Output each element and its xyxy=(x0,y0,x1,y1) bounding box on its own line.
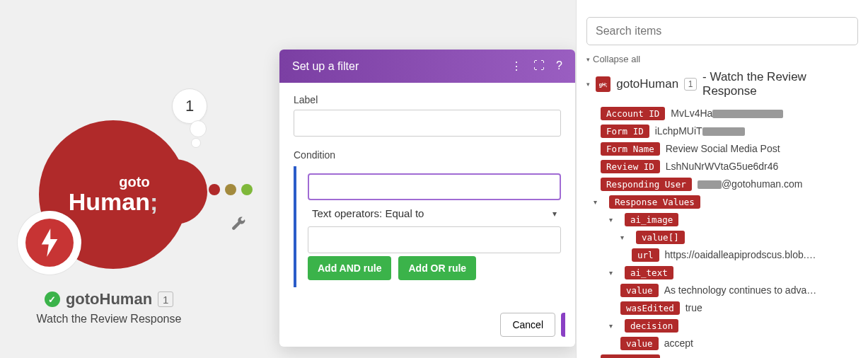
search-input[interactable] xyxy=(586,17,858,45)
operator-dropdown[interactable]: Text operators: Equal to ▾ xyxy=(308,200,561,226)
collapse-all-label: Collapse all xyxy=(593,54,640,64)
field-row[interactable]: Form Name Review Social Media Post xyxy=(601,141,858,156)
check-icon: ✓ xyxy=(45,291,60,307)
node-run-count: 1 xyxy=(158,291,173,307)
help-icon[interactable]: ? xyxy=(556,59,562,73)
field-key: value xyxy=(620,337,659,350)
triangle-down-icon: ▾ xyxy=(594,198,601,206)
dot-icon xyxy=(241,184,253,195)
field-key: Form ID xyxy=(601,125,649,138)
more-icon[interactable]: ⋮ xyxy=(511,59,522,73)
tree-header[interactable]: ▾ gH; gotoHuman 1 - Watch the Review Res… xyxy=(586,70,858,98)
field-value: @gotohuman.com xyxy=(698,178,803,190)
field-key: ai_image xyxy=(625,213,678,226)
triangle-down-icon: ▾ xyxy=(609,269,616,277)
triangle-down-icon: ▾ xyxy=(586,81,590,88)
field-row[interactable]: value accept xyxy=(620,335,858,351)
add-or-rule-button[interactable]: Add OR rule xyxy=(398,256,476,280)
workflow-canvas[interactable]: goto Human; 1 ✓ gotoHuman 1 Watch the Re… xyxy=(0,0,279,358)
field-key: value[] xyxy=(636,231,685,244)
field-key: url xyxy=(632,248,659,262)
logo-human: Human; xyxy=(69,190,158,215)
bolt-icon xyxy=(25,219,74,267)
field-row-expandable[interactable]: ▾ Response Values xyxy=(594,194,858,209)
field-key: decision xyxy=(625,319,678,333)
gotohuman-mini-logo-icon: gH; xyxy=(596,76,611,92)
redacted-icon xyxy=(702,127,745,136)
field-row-expandable[interactable]: ▾ ai_text xyxy=(609,265,858,280)
wrench-icon[interactable] xyxy=(231,216,246,236)
triangle-down-icon: ▾ xyxy=(609,322,616,330)
field-row[interactable]: Meta Data xyxy=(601,353,858,358)
label-input[interactable] xyxy=(294,110,561,137)
field-key: ai_text xyxy=(625,266,673,279)
field-key: Account ID xyxy=(601,107,665,120)
triangle-down-icon: ▾ xyxy=(609,216,616,224)
triangle-down-icon: ▾ xyxy=(586,56,590,63)
cancel-button[interactable]: Cancel xyxy=(500,313,555,337)
condition-right-input[interactable] xyxy=(308,226,561,253)
bubble-icon xyxy=(191,138,201,148)
field-value: true xyxy=(685,302,702,313)
collapse-all-button[interactable]: ▾ Collapse all xyxy=(586,54,858,64)
field-value: MvLv4Ha xyxy=(671,108,783,119)
tree-suffix: - Watch the Review Response xyxy=(702,70,858,98)
node-connector-out[interactable] xyxy=(175,159,207,224)
bubble-icon xyxy=(190,120,207,137)
add-and-rule-button[interactable]: Add AND rule xyxy=(308,256,391,280)
node-name: gotoHuman xyxy=(66,290,152,308)
data-panel: ▾ Collapse all ▾ gH; gotoHuman 1 - Watch… xyxy=(576,0,868,358)
field-row[interactable]: url https://oaidalleapiprodscus.blob.cor… xyxy=(632,247,858,262)
run-count-bubble[interactable]: 1 xyxy=(172,88,207,124)
operator-label: Text operators: Equal to xyxy=(312,207,424,219)
field-key: Responding User xyxy=(601,178,692,191)
field-key: Review ID xyxy=(601,160,660,173)
filter-modal: Set up a filter ⋮ ⛶ ? Label Condition Te… xyxy=(279,50,575,347)
condition-block: Text operators: Equal to ▾ Add AND rule … xyxy=(294,166,561,287)
data-tree: Account ID MvLv4Ha Form ID iLchpMUiT For… xyxy=(586,105,858,358)
field-row[interactable]: Account ID MvLv4Ha xyxy=(601,105,858,121)
field-row[interactable]: Review ID LshNuNrWVtaG5ue6dr46 xyxy=(601,158,858,174)
field-key: Form Name xyxy=(601,142,660,156)
trigger-badge xyxy=(18,211,81,275)
expand-icon[interactable]: ⛶ xyxy=(533,59,545,73)
field-row[interactable]: wasEdited true xyxy=(620,300,858,316)
condition-heading: Condition xyxy=(294,149,561,161)
node-label-block: ✓ gotoHuman 1 Watch the Review Response xyxy=(24,290,194,325)
chevron-down-icon: ▾ xyxy=(552,209,557,219)
field-value: https://oaidalleapiprodscus.blob.core.wi… xyxy=(665,249,821,260)
field-key: value xyxy=(620,284,659,297)
dot-icon xyxy=(225,184,236,195)
field-key: Response Values xyxy=(609,195,700,209)
logo-goto: goto xyxy=(111,175,158,190)
tree-app-name: gotoHuman xyxy=(616,77,678,91)
condition-left-input[interactable] xyxy=(308,173,561,200)
field-key: Meta Data xyxy=(601,354,660,359)
field-row-expandable[interactable]: ▾ ai_image xyxy=(609,212,858,227)
field-key: wasEdited xyxy=(620,301,680,315)
field-row-expandable[interactable]: ▾ decision xyxy=(609,318,858,333)
field-value: LshNuNrWVtaG5ue6dr46 xyxy=(666,161,779,172)
node-subtitle: Watch the Review Response xyxy=(24,313,194,325)
field-value: iLchpMUiT xyxy=(655,125,745,137)
connection-dots xyxy=(209,184,253,195)
field-row[interactable]: value As technology continues to advance… xyxy=(620,282,858,298)
ok-button-edge[interactable] xyxy=(561,313,565,337)
redacted-icon xyxy=(698,180,722,189)
dot-icon xyxy=(209,184,220,195)
field-row[interactable]: Form ID iLchpMUiT xyxy=(601,123,858,139)
field-value: Review Social Media Post xyxy=(666,143,780,154)
field-value: accept xyxy=(664,337,693,349)
gotohuman-logo: goto Human; xyxy=(69,175,158,215)
redacted-icon xyxy=(712,110,783,118)
field-row-expandable[interactable]: ▾ value[] xyxy=(620,229,858,245)
tree-count: 1 xyxy=(684,78,697,91)
label-heading: Label xyxy=(294,94,561,105)
field-value: As technology continues to advance, the … xyxy=(664,284,820,296)
modal-title: Set up a filter xyxy=(292,60,359,73)
triangle-down-icon: ▾ xyxy=(620,233,627,241)
field-row[interactable]: Responding User @gotohuman.com xyxy=(601,176,858,192)
modal-header: Set up a filter ⋮ ⛶ ? xyxy=(279,50,575,83)
